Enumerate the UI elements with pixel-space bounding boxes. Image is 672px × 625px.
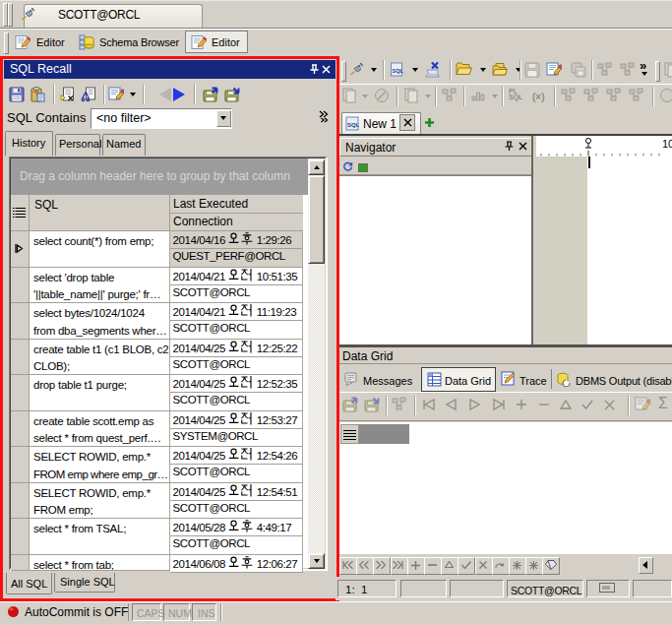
svg-text:SQL: SQL [347,122,359,128]
svg-text:10: 10 [662,138,672,150]
